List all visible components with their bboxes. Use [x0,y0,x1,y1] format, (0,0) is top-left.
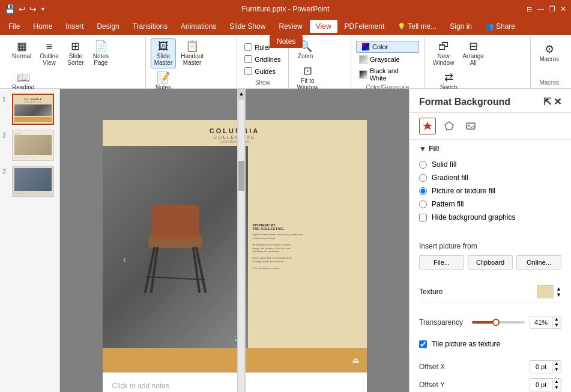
transparency-slider-thumb[interactable] [492,319,500,326]
guides-checkbox[interactable] [244,67,252,75]
slide-image-1[interactable]: COLUMBIA COLLECTIVE [12,94,54,125]
minimize-button[interactable]: — [537,5,544,13]
format-tab-pentagon[interactable] [441,118,458,134]
offset-y-up[interactable]: ▲ [552,379,561,385]
online-button[interactable]: Online... [516,255,561,270]
ruler-checkbox[interactable] [244,43,252,51]
menu-transitions[interactable]: Transitions [127,20,174,33]
scroll-thumb[interactable] [238,161,244,191]
color-btn-grayscale[interactable]: Grayscale [356,54,419,65]
picture-texture-option[interactable]: Picture or texture fill [419,184,561,198]
vertical-scrollbar[interactable]: ▲ ⊕ ⊖ ▼ [237,89,246,392]
slide-thumb-1[interactable]: 1 COLUMBIA COLLECTIVE [2,94,57,125]
texture-up[interactable]: ▲ [556,286,561,292]
restore-button[interactable]: ❐ [549,5,555,13]
solid-fill-radio[interactable] [419,161,427,169]
menu-review[interactable]: Review [273,20,308,33]
ribbon-btn-slide-sorter[interactable]: ⊞ SlideSorter [64,38,88,68]
ribbon-group-presentation-views: ▦ Normal ≡ OutlineView ⊞ SlideSorter 📄 N… [4,37,146,88]
transparency-slider-track[interactable] [472,321,525,324]
undo-icon[interactable]: ↩ [19,4,26,14]
ribbon-btn-macros[interactable]: ⚙ Macros [536,38,563,65]
format-tab-effects[interactable] [419,118,436,134]
slide-master-icon: 🖼 [158,41,169,52]
texture-section: Texture ▲ ▼ [409,277,571,307]
ribbon-btn-notes-page[interactable]: 📄 NotesPage [89,38,113,68]
menu-insert[interactable]: Insert [59,20,89,33]
file-button[interactable]: File... [419,255,464,270]
slide-image-2[interactable]: — — — — — — — — [12,130,54,161]
menu-slide-show[interactable]: Slide Show [223,20,271,33]
format-tab-image[interactable] [462,118,479,134]
panel-resize-icon[interactable]: ⇱ [543,96,551,107]
menu-animations[interactable]: Animations [175,20,222,33]
menu-share[interactable]: 👥Share [479,20,521,33]
ribbon-btn-arrange-all[interactable]: ⊟ ArrangeAll [459,38,488,68]
gridlines-checkbox-label[interactable]: Gridlines [242,54,283,64]
scroll-left[interactable]: ‹ [123,254,126,265]
color-btn-black-white[interactable]: Black and White [356,66,419,83]
guides-checkbox-label[interactable]: Guides [242,66,283,76]
fill-section-header[interactable]: ▼ Fill [419,145,561,153]
panel-close-icon[interactable]: ✕ [554,96,561,107]
transparency-up-arrow[interactable]: ▲ [552,316,561,322]
arrange-icon: ⊟ [469,41,478,52]
ribbon-btn-new-window[interactable]: 🗗 NewWindow [429,38,458,68]
menu-design[interactable]: Design [91,20,125,33]
pattern-fill-radio[interactable] [419,201,427,208]
solid-fill-label: Solid fill [432,160,456,169]
notes-area[interactable]: Click to add notes [103,372,367,393]
slide-chair-image: 🔊 [103,146,248,348]
close-button[interactable]: ✕ [560,5,566,13]
slide-thumb-3[interactable]: 3 — — — — [2,166,57,197]
offset-y-down[interactable]: ▼ [552,385,561,391]
ribbon-group-color-grayscale: Color Grayscale Black and White Color/Gr… [351,37,424,88]
gradient-fill-option[interactable]: Gradient fill [419,171,561,184]
pattern-fill-option[interactable]: Pattern fill [419,198,561,211]
menu-view[interactable]: View [310,20,337,33]
tile-checkbox[interactable] [419,340,427,348]
menu-sign-in[interactable]: Sign in [444,20,478,33]
menu-tell-me[interactable]: 💡Tell me... [391,20,443,33]
slide-image-3[interactable]: — — — — [12,166,54,197]
ribbon-btn-normal[interactable]: ▦ Normal [8,38,35,62]
notes-tab-active[interactable]: Notes [270,35,303,48]
ribbon-settings-icon[interactable]: ⊟ [527,5,532,13]
transparency-down-arrow[interactable]: ▼ [552,322,561,328]
ribbon-btn-slide-master[interactable]: 🖼 SlideMaster [151,38,177,68]
slide-thumb-2[interactable]: 2 — — — — — — — — [2,130,57,161]
texture-down[interactable]: ▼ [556,292,561,298]
gradient-fill-radio[interactable] [419,174,427,182]
ribbon-btn-outline-view[interactable]: ≡ OutlineView [36,38,62,68]
transparency-spinbox[interactable]: 41% ▲ ▼ [530,316,561,329]
redo-icon[interactable]: ↪ [29,4,37,14]
slide-canvas: COLUMBIA COLLECTIVE LOOKBOOK 2019 [103,120,367,372]
menu-pdfelement[interactable]: PDFelement [339,20,391,33]
hide-background-checkbox[interactable] [419,214,427,222]
dropdown-arrow[interactable]: ▼ [40,6,46,12]
offset-y-spinbox[interactable]: 0 pt ▲ ▼ [530,378,561,391]
scroll-up-arrow[interactable]: ▲ [237,89,246,98]
solid-fill-option[interactable]: Solid fill [419,158,561,171]
color-swatch [361,43,370,51]
clipboard-button[interactable]: Clipboard [468,255,513,270]
gridlines-checkbox[interactable] [244,55,252,63]
hide-background-option[interactable]: Hide background graphics [419,211,561,224]
offset-x-down[interactable]: ▼ [552,367,561,373]
tile-checkbox-label[interactable]: Tile picture as texture [419,337,561,351]
slide-header: COLUMBIA COLLECTIVE LOOKBOOK 2019 [103,120,367,146]
save-icon[interactable]: 💾 [5,4,15,14]
slide-heading: COLUMBIA [115,127,355,134]
offset-x-up[interactable]: ▲ [552,361,561,367]
offset-x-arrows: ▲ ▼ [552,361,561,373]
main-area: 1 COLUMBIA COLLECTIVE 2 — — — — — — — — [0,89,571,392]
offset-x-spinbox[interactable]: 0 pt ▲ ▼ [530,360,561,373]
menu-home[interactable]: Home [27,20,58,33]
picture-texture-radio[interactable] [419,187,427,195]
slide-description: Explore Scandinavian, mid-century modern… [253,233,362,270]
insert-picture-section: Insert picture from File... Clipboard On… [409,234,571,277]
ribbon-btn-handout-master[interactable]: 📋 HandoutMaster [177,38,207,68]
app-title: Furniture.pptx - PowerPoint [241,5,329,13]
color-btn-color[interactable]: Color [356,41,419,53]
menu-file[interactable]: File [2,20,26,33]
